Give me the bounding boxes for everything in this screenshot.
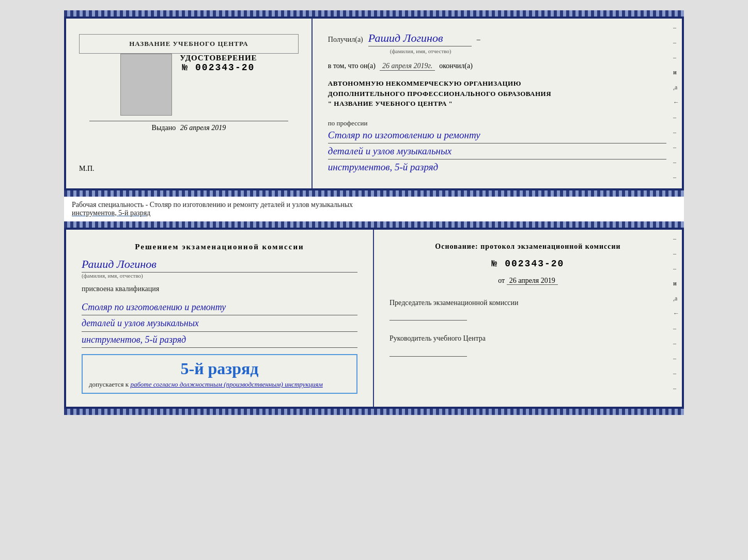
cert-right-panel: Получил(а) Рашид Логинов – (фамилия, имя…	[313, 19, 682, 188]
recipient-name: Рашид Логинов	[368, 31, 472, 46]
bottom-prof-line2: деталей и узлов музыкальных	[82, 315, 357, 332]
org-line2: ДОПОЛНИТЕЛЬНОГО ПРОФЕССИОНАЛЬНОГО ОБРАЗО…	[328, 89, 666, 99]
school-name-top: НАЗВАНИЕ УЧЕБНОГО ЦЕНТРА	[79, 34, 299, 54]
issued-date: Выдано 26 апреля 2019	[79, 124, 299, 132]
bottom-prof-line3: инструментов, 5-й разряд	[82, 332, 357, 348]
bottom-left-panel: Решением экзаменационной комиссии Рашид …	[66, 230, 374, 407]
top-border-pattern	[64, 10, 684, 17]
admit-value: работе согласно должностным (производств…	[130, 380, 322, 388]
director-signature-line	[389, 346, 467, 357]
received-label: Получил(а)	[328, 36, 363, 44]
chairman-signature-line	[389, 310, 467, 321]
profession-label: по профессии	[328, 119, 666, 127]
bottom-prof-line1: Столяр по изготовлению и ремонту	[82, 299, 357, 316]
bottom-document: Решением экзаменационной комиссии Рашид …	[64, 228, 684, 409]
specialty-line2: инструментов, 5-й разряд	[72, 209, 676, 217]
rank-highlight-box: 5-й разряд допускается к работе согласно…	[82, 354, 357, 394]
commission-title: Решением экзаменационной комиссии	[82, 243, 357, 251]
profession-line3: инструментов, 5-й разряд	[328, 159, 666, 175]
specialty-section: Рабочая специальность - Столяр по изгото…	[64, 197, 684, 221]
issued-label: Выдано	[152, 124, 176, 132]
cert-date-section: Выдано 26 апреля 2019	[79, 121, 299, 132]
director-title: Руководитель учебного Центра	[389, 333, 666, 344]
cert-number: № 002343-20	[182, 62, 255, 73]
bottom-person-section: Рашид Логинов (фамилия, имя, отчество)	[82, 258, 357, 279]
org-line3: " НАЗВАНИЕ УЧЕБНОГО ЦЕНТРА "	[328, 99, 666, 109]
recipient-subtext: (фамилия, имя, отчество)	[390, 48, 666, 54]
assigned-label: присвоена квалификация	[82, 285, 357, 293]
bottom-right-panel: Основание: протокол экзаменационной коми…	[374, 230, 682, 407]
final-border	[64, 409, 684, 415]
director-section: Руководитель учебного Центра	[389, 333, 666, 357]
bottom-right-decorations: – – – и ,а ← – – – – –	[673, 235, 679, 392]
right-decorations: – – – и ,а ← – – – – –	[673, 24, 679, 181]
org-line1: АВТОНОМНУЮ НЕКОММЕРЧЕСКУЮ ОРГАНИЗАЦИЮ	[328, 78, 666, 89]
recipient-field: Получил(а) Рашид Логинов – (фамилия, имя…	[328, 31, 666, 54]
chairman-section: Председатель экзаменационной комиссии	[389, 298, 666, 321]
specialty-line1: Рабочая специальность - Столяр по изгото…	[72, 201, 353, 209]
cert-left-panel: НАЗВАНИЕ УЧЕБНОГО ЦЕНТРА УДОСТОВЕРЕНИЕ №…	[66, 19, 313, 188]
cert-doc-title: УДОСТОВЕРЕНИЕ № 002343-20	[180, 54, 257, 73]
top-certificate: НАЗВАНИЕ УЧЕБНОГО ЦЕНТРА УДОСТОВЕРЕНИЕ №…	[64, 17, 684, 190]
date-label: в том, что он(а)	[328, 62, 376, 70]
from-label: от	[498, 277, 505, 284]
date-field: в том, что он(а) 26 апреля 2019г. окончи…	[328, 62, 666, 71]
bottom-person-subtext: (фамилия, имя, отчество)	[82, 273, 357, 279]
protocol-number: № 002343-20	[389, 259, 666, 269]
bottom-top-border	[64, 221, 684, 228]
issued-date-value: 26 апреля 2019	[180, 124, 226, 132]
basis-label: Основание: протокол экзаменационной коми…	[389, 243, 666, 251]
document-container: НАЗВАНИЕ УЧЕБНОГО ЦЕНТРА УДОСТОВЕРЕНИЕ №…	[64, 10, 684, 415]
bottom-person-name: Рашид Логинов	[82, 258, 357, 273]
cert-middle-section: УДОСТОВЕРЕНИЕ № 002343-20	[120, 54, 257, 116]
date-value: 26 апреля 2019г.	[380, 62, 435, 71]
admit-section: допускается к работе согласно должностны…	[89, 380, 350, 389]
admit-label: допускается к	[89, 380, 129, 388]
mid-border-pattern	[64, 190, 684, 197]
from-date-section: от 26 апреля 2019	[389, 277, 666, 285]
finished-label: окончил(а)	[439, 62, 473, 70]
photo-placeholder	[120, 54, 172, 116]
udostoverenie-label: УДОСТОВЕРЕНИЕ	[180, 54, 257, 62]
org-name: АВТОНОМНУЮ НЕКОММЕРЧЕСКУЮ ОРГАНИЗАЦИЮ ДО…	[328, 78, 666, 109]
from-date-value: 26 апреля 2019	[507, 277, 558, 285]
bottom-profession-section: Столяр по изготовлению и ремонту деталей…	[82, 299, 357, 348]
chairman-title: Председатель экзаменационной комиссии	[389, 298, 666, 308]
rank-large: 5-й разряд	[89, 359, 350, 378]
profession-line2: деталей и узлов музыкальных	[328, 143, 666, 159]
mp-stamp: М.П.	[79, 165, 95, 173]
dash1: –	[477, 36, 480, 44]
profession-section: по профессии Столяр по изготовлению и ре…	[328, 117, 666, 175]
profession-line1: Столяр по изготовлению и ремонту	[328, 127, 666, 143]
